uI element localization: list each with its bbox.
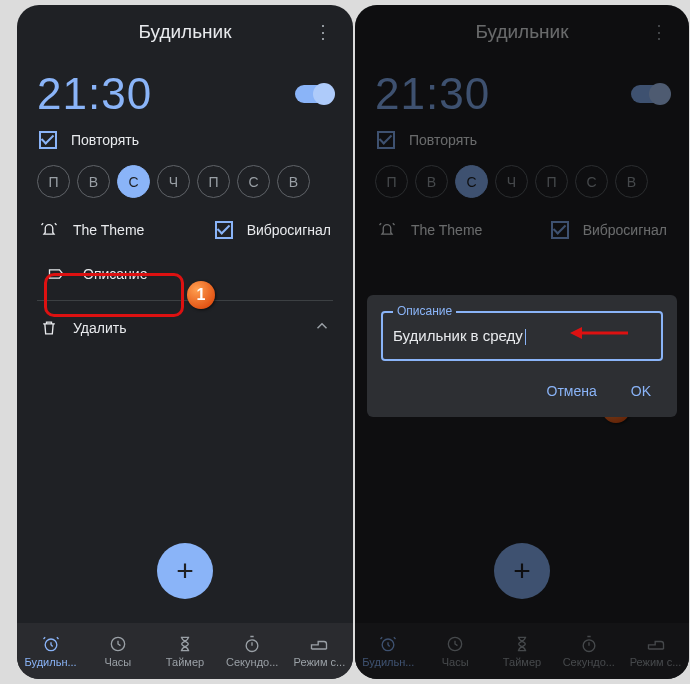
bottom-nav: Будильн... Часы Таймер Секундо... Режим … bbox=[355, 623, 689, 679]
options-row: The Theme Вибросигнал bbox=[37, 208, 333, 252]
nav-clock-label: Часы bbox=[442, 656, 469, 668]
nav-bedtime-label: Режим с... bbox=[630, 656, 682, 668]
day-wed[interactable]: С bbox=[117, 165, 150, 198]
day-mon[interactable]: П bbox=[37, 165, 70, 198]
repeat-checkbox[interactable] bbox=[39, 131, 57, 149]
day-sun[interactable]: В bbox=[615, 165, 648, 198]
label-field-label: Описание bbox=[393, 304, 456, 318]
nav-alarm[interactable]: Будильн... bbox=[17, 623, 84, 679]
nav-timer-label: Таймер bbox=[503, 656, 541, 668]
nav-clock-label: Часы bbox=[104, 656, 131, 668]
repeat-label: Повторять bbox=[71, 132, 139, 148]
dialog-ok-button[interactable]: OK bbox=[619, 375, 663, 407]
add-alarm-fab[interactable]: + bbox=[494, 543, 550, 599]
day-mon[interactable]: П bbox=[375, 165, 408, 198]
nav-bedtime[interactable]: Режим с... bbox=[622, 623, 689, 679]
alarm-toggle[interactable] bbox=[631, 85, 669, 103]
alarm-time[interactable]: 21:30 bbox=[37, 69, 152, 119]
bell-icon bbox=[377, 220, 397, 240]
options-row: The Theme Вибросигнал bbox=[375, 208, 669, 252]
vibrate-label: Вибросигнал bbox=[247, 222, 331, 238]
days-row: П В С Ч П С В bbox=[375, 161, 669, 208]
overflow-menu-button[interactable]: ⋮ bbox=[303, 5, 343, 59]
app-bar: Будильник ⋮ bbox=[355, 5, 689, 59]
delete-button[interactable]: Удалить bbox=[73, 320, 126, 336]
alarm-time[interactable]: 21:30 bbox=[375, 69, 490, 119]
tag-icon bbox=[47, 264, 67, 284]
day-sun[interactable]: В bbox=[277, 165, 310, 198]
nav-timer[interactable]: Таймер bbox=[151, 623, 218, 679]
delete-row: Удалить bbox=[37, 305, 333, 350]
label-button[interactable]: Описание bbox=[37, 252, 333, 296]
vibrate-label: Вибросигнал bbox=[583, 222, 667, 238]
bottom-nav: Будильн... Часы Таймер Секундо... Режим … bbox=[17, 623, 353, 679]
nav-alarm-label: Будильн... bbox=[25, 656, 77, 668]
alarm-toggle[interactable] bbox=[295, 85, 333, 103]
day-thu[interactable]: Ч bbox=[157, 165, 190, 198]
nav-stopwatch[interactable]: Секундо... bbox=[555, 623, 622, 679]
day-sat[interactable]: С bbox=[575, 165, 608, 198]
nav-bedtime-label: Режим с... bbox=[294, 656, 346, 668]
ringtone-name[interactable]: The Theme bbox=[73, 222, 144, 238]
nav-bedtime[interactable]: Режим с... bbox=[286, 623, 353, 679]
label-input[interactable]: Будильник в среду bbox=[393, 327, 523, 344]
divider bbox=[37, 300, 333, 301]
phone-screen-left: Будильник ⋮ 21:30 Повторять П В С Ч П С … bbox=[17, 5, 353, 679]
nav-clock[interactable]: Часы bbox=[422, 623, 489, 679]
day-tue[interactable]: В bbox=[415, 165, 448, 198]
app-title: Будильник bbox=[138, 21, 231, 43]
day-tue[interactable]: В bbox=[77, 165, 110, 198]
add-alarm-fab[interactable]: + bbox=[157, 543, 213, 599]
repeat-row[interactable]: Повторять bbox=[37, 119, 333, 161]
nav-alarm[interactable]: Будильн... bbox=[355, 623, 422, 679]
nav-stopwatch-label: Секундо... bbox=[563, 656, 615, 668]
nav-alarm-label: Будильн... bbox=[362, 656, 414, 668]
nav-timer-label: Таймер bbox=[166, 656, 204, 668]
ringtone-name[interactable]: The Theme bbox=[411, 222, 482, 238]
nav-stopwatch-label: Секундо... bbox=[226, 656, 278, 668]
day-wed[interactable]: С bbox=[455, 165, 488, 198]
label-button-text: Описание bbox=[83, 266, 147, 282]
vibrate-checkbox[interactable] bbox=[551, 221, 569, 239]
days-row: П В С Ч П С В bbox=[37, 161, 333, 208]
dialog-cancel-button[interactable]: Отмена bbox=[535, 375, 609, 407]
day-fri[interactable]: П bbox=[535, 165, 568, 198]
nav-stopwatch[interactable]: Секундо... bbox=[219, 623, 286, 679]
day-sat[interactable]: С bbox=[237, 165, 270, 198]
collapse-icon[interactable] bbox=[313, 317, 331, 338]
app-bar: Будильник ⋮ bbox=[17, 5, 353, 59]
repeat-label: Повторять bbox=[409, 132, 477, 148]
overflow-menu-button[interactable]: ⋮ bbox=[639, 5, 679, 59]
svg-marker-4 bbox=[570, 327, 582, 339]
text-cursor bbox=[525, 329, 526, 345]
label-dialog: Описание Будильник в среду Отмена OK bbox=[367, 295, 677, 417]
trash-icon bbox=[39, 318, 59, 338]
nav-clock[interactable]: Часы bbox=[84, 623, 151, 679]
vibrate-checkbox[interactable] bbox=[215, 221, 233, 239]
alarm-card: 21:30 Повторять П В С Ч П С В The Theme … bbox=[25, 59, 345, 350]
repeat-row[interactable]: Повторять bbox=[375, 119, 669, 161]
app-title: Будильник bbox=[475, 21, 568, 43]
day-thu[interactable]: Ч bbox=[495, 165, 528, 198]
repeat-checkbox[interactable] bbox=[377, 131, 395, 149]
alarm-card: 21:30 Повторять П В С Ч П С В The Theme … bbox=[363, 59, 681, 252]
nav-timer[interactable]: Таймер bbox=[489, 623, 556, 679]
bell-icon bbox=[39, 220, 59, 240]
callout-1: 1 bbox=[187, 281, 215, 309]
phone-screen-right: Будильник ⋮ 21:30 Повторять П В С Ч П С … bbox=[355, 5, 689, 679]
day-fri[interactable]: П bbox=[197, 165, 230, 198]
arrow-annotation bbox=[570, 323, 630, 347]
